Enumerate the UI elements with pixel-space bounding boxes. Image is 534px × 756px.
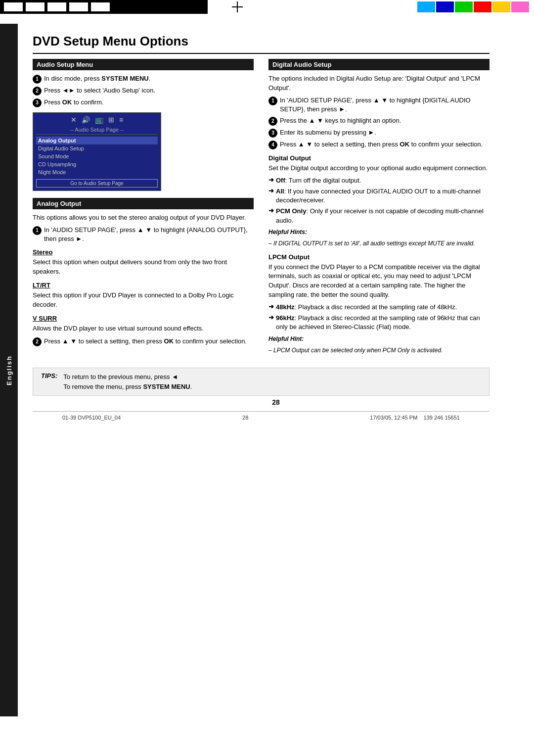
off-text: Off: Turn off the digital output. <box>276 176 361 185</box>
ltrt-text: Select this option if your DVD Player is… <box>33 291 254 310</box>
digital-output-header: Digital Output <box>268 154 490 162</box>
lpcm-output-subsection: LPCM Output If you connect the DVD Playe… <box>268 253 490 355</box>
top-bar-color-blocks <box>267 0 534 14</box>
system-menu-bold-tips: SYSTEM MENU <box>143 383 190 390</box>
all-option: ➜ All: If you have connected your DIGITA… <box>268 187 490 205</box>
arrow-off: ➜ <box>268 176 274 184</box>
audio-setup-header: Audio Setup Menu <box>33 59 254 70</box>
bottom-bar: 01-39 DVP5100_EU_04 28 17/03/05, 12:45 P… <box>33 411 490 424</box>
tips-box: TIPS: To return to the previous menu, pr… <box>33 368 490 396</box>
lpcm-output-header: LPCM Output <box>268 253 490 261</box>
list-icon: ≡ <box>119 116 123 124</box>
menu-item-sound: Sound Mode <box>36 152 158 160</box>
step-num-2: 2 <box>33 87 42 95</box>
digital-step-num-3: 3 <box>268 129 277 138</box>
digital-step-num-1: 1 <box>268 96 277 105</box>
top-bar-crosshair <box>208 0 267 14</box>
digital-step-1: 1 In 'AUDIO SETUP PAGE', press ▲ ▼ to hi… <box>268 96 490 114</box>
menu-goto: Go to Audio Setup Page <box>36 179 158 188</box>
pcm-option: ➜ PCM Only: Only if your receiver is not… <box>268 207 490 225</box>
lpcm-helpful-hint-label: Helpful Hint: <box>268 335 490 343</box>
96khz-text: 96kHz: Playback a disc recorded at the s… <box>276 314 490 331</box>
step-num-3: 3 <box>33 98 42 107</box>
lpcm-output-intro: If you connect the DVD Player to a PCM c… <box>268 263 490 300</box>
step-2: 2 Press ◄► to select 'Audio Setup' icon. <box>33 86 254 95</box>
right-column: Digital Audio Setup The options included… <box>268 59 490 358</box>
48khz-text: 48kHz: Playback a disc recorded at the s… <box>276 303 457 312</box>
digital-step-num-2: 2 <box>268 117 277 126</box>
step-3-content: Press OK to confirm. <box>44 98 254 107</box>
page-wrapper: English DVD Setup Menu Options Audio Set… <box>0 14 534 726</box>
all-text: All: If you have connected your DIGITAL … <box>276 187 490 205</box>
speaker-icon: 🔊 <box>82 116 90 124</box>
menu-title: -- Audio Setup Page -- <box>36 127 158 135</box>
page-title: DVD Setup Menu Options <box>33 34 490 54</box>
page-number: 28 <box>62 398 490 406</box>
color-block <box>417 1 435 12</box>
ok-bold-1: OK <box>62 98 72 106</box>
digital-helpful-hint-label: Helpful Hints: <box>268 228 490 236</box>
color-block <box>492 1 510 12</box>
helpful-hint-label-2: Helpful Hint: <box>268 335 304 342</box>
analog-output-step2: 2 Press ▲ ▼ to select a setting, then pr… <box>33 337 254 346</box>
vsurr-header: V SURR <box>33 315 254 322</box>
digital-helpful-hint-text: – If DIGITAL OUTPUT is set to 'All', all… <box>268 239 490 248</box>
tips-line1: To return to the previous menu, press ◄ <box>63 372 192 382</box>
crosshair-icon <box>232 1 243 12</box>
ltrt-header: LT/RT <box>33 282 254 289</box>
digital-audio-setup-section: Digital Audio Setup The options included… <box>268 59 490 355</box>
analog-step-num-2: 2 <box>33 337 42 346</box>
ok-bold-2: OK <box>164 337 174 345</box>
arrow-48khz: ➜ <box>268 303 274 310</box>
menu-icons-row: ✕ 🔊 📺 ⊞ ≡ <box>36 116 158 124</box>
analog-step-2: 2 Press ▲ ▼ to select a setting, then pr… <box>33 337 254 346</box>
digital-step-1-content: In 'AUDIO SETUP PAGE', press ▲ ▼ to high… <box>280 96 490 114</box>
digital-audio-header: Digital Audio Setup <box>268 59 490 70</box>
digital-step-2-content: Press the ▲ ▼ keys to highlight an optio… <box>280 116 490 125</box>
sidebar-label: English <box>5 355 13 385</box>
main-content: DVD Setup Menu Options Audio Setup Menu … <box>18 24 504 716</box>
arrow-96khz: ➜ <box>268 314 274 321</box>
step-num-1: 1 <box>33 75 42 84</box>
footer-center: 28 <box>242 415 248 421</box>
48khz-option: ➜ 48kHz: Playback a disc recorded at the… <box>268 303 490 312</box>
arrow-keys-bold: ◄► <box>62 87 75 94</box>
two-column-layout: Audio Setup Menu 1 In disc mode, press S… <box>33 59 490 358</box>
tips-line2: To remove the menu, press SYSTEM MENU. <box>63 382 192 392</box>
vsurr-text: Allows the DVD player to use virtual sur… <box>33 324 254 333</box>
digital-audio-steps: 1 In 'AUDIO SETUP PAGE', press ▲ ▼ to hi… <box>268 96 490 149</box>
96khz-option: ➜ 96kHz: Playback a disc recorded at the… <box>268 314 490 331</box>
left-column: Audio Setup Menu 1 In disc mode, press S… <box>33 59 254 358</box>
tips-label: TIPS: <box>41 372 57 379</box>
system-menu-bold-1: SYSTEM MENU <box>101 75 148 82</box>
step-3: 3 Press OK to confirm. <box>33 98 254 107</box>
pcm-text: PCM Only: Only if your receiver is not c… <box>276 207 490 225</box>
off-option: ➜ Off: Turn off the digital output. <box>268 176 490 185</box>
menu-item-night: Night Mode <box>36 168 158 176</box>
tips-content: To return to the previous menu, press ◄ … <box>63 372 192 391</box>
digital-output-subsection: Digital Output Set the Digital output ac… <box>268 154 490 248</box>
analog-step-1-content: In 'AUDIO SETUP PAGE', press ▲ ▼ to high… <box>44 226 254 243</box>
digital-step-2: 2 Press the ▲ ▼ keys to highlight an opt… <box>268 116 490 126</box>
analog-output-section: Analog Output This options allows you to… <box>33 198 254 346</box>
analog-output-steps: 1 In 'AUDIO SETUP PAGE', press ▲ ▼ to hi… <box>33 226 254 243</box>
color-block <box>436 1 454 12</box>
top-bar-black-squares <box>0 0 208 14</box>
digital-step-3: 3 Enter its submenu by pressing ►. <box>268 128 490 138</box>
analog-step-2-content: Press ▲ ▼ to select a setting, then pres… <box>44 337 254 346</box>
ok-bold-3: OK <box>400 141 410 148</box>
arrow-pcm: ➜ <box>268 207 274 214</box>
color-block <box>455 1 473 12</box>
arrow-all: ➜ <box>268 187 274 194</box>
digital-output-intro: Set the Digital output according to your… <box>268 164 490 173</box>
menu-item-cd: CD Upsampling <box>36 160 158 168</box>
stereo-text: Select this option when output delivers … <box>33 258 254 277</box>
digital-step-num-4: 4 <box>268 141 277 149</box>
audio-setup-menu-section: Audio Setup Menu 1 In disc mode, press S… <box>33 59 254 191</box>
analog-output-header: Analog Output <box>33 198 254 209</box>
step-2-content: Press ◄► to select 'Audio Setup' icon. <box>44 86 254 95</box>
analog-output-intro: This options allows you to set the stere… <box>33 213 254 223</box>
top-bar <box>0 0 534 14</box>
lpcm-helpful-hint-text: – LPCM Output can be selected only when … <box>268 346 490 355</box>
grid-icon: ⊞ <box>108 116 114 124</box>
